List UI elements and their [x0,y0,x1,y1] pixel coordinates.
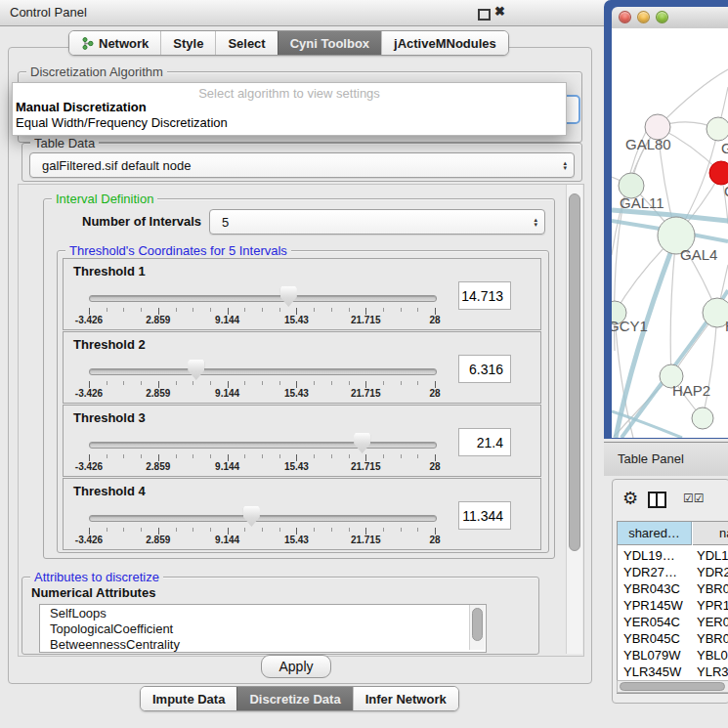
column-header-name[interactable]: na [693,522,728,545]
attribute-list-item[interactable]: SelfLoops [40,605,486,621]
threshold-panel: Threshold 2-3.4262.8599.14415.4321.71528… [63,331,541,404]
tab-infer-network[interactable]: Infer Network [353,687,458,710]
node-table: shared… na YDL19…YDL1YDR27…YDR2YBR043CYB… [617,521,728,694]
table-cell-name[interactable]: YBR0 [697,631,728,646]
column-header-shared-name[interactable]: shared… [618,522,692,545]
slider-handle[interactable] [280,286,297,307]
slider-handle[interactable] [354,433,370,453]
tick-mark [210,528,211,532]
tab-jactivemnodules[interactable]: jActiveMNodules [381,31,508,55]
slider-track[interactable] [89,515,437,522]
tick-mark [244,528,245,532]
network-node[interactable] [709,161,728,185]
table-cell-name[interactable]: YPR1 [697,598,728,613]
app-root: Control Panel ✖ Network Style Select Cyn… [0,0,728,728]
algorithm-option-equal-width[interactable]: Equal Width/Frequency Discretization [16,115,563,131]
network-window-titlebar[interactable] [612,7,728,29]
show-columns-checkboxes-icon[interactable]: ☑☑ [683,492,705,505]
tab-style[interactable]: Style [160,31,215,55]
tick-label: 9.144 [215,535,239,545]
tick-label: 21.715 [351,315,381,325]
tick-mark [141,308,142,312]
tick-mark [193,528,193,532]
table-cell-shared-name[interactable]: YDR27… [623,565,677,579]
table-cell-shared-name[interactable]: YBR045C [623,631,680,646]
vertical-scrollbar-track[interactable] [566,185,582,654]
slider-track[interactable] [89,295,437,302]
table-cell-name[interactable]: YDL1 [697,548,728,563]
network-node[interactable] [707,117,728,141]
close-panel-icon[interactable]: ✖ [494,4,505,19]
table-cell-shared-name[interactable]: YDL19… [623,548,675,563]
table-cell-shared-name[interactable]: YLR345W [623,664,681,679]
tick-mark [401,308,402,312]
tick-mark [262,308,263,312]
threshold-value-field[interactable]: 6.316 [458,355,511,383]
attribute-list-item[interactable]: TopologicalCoefficient [40,621,486,636]
tick-label: -3.426 [75,315,103,325]
network-node[interactable] [692,407,713,429]
horizontal-scrollbar-thumb[interactable] [620,682,725,691]
discretization-algorithm-label: Discretization Algorithm [26,64,167,79]
threshold-value-field[interactable]: 14.713 [458,281,511,310]
slider-track[interactable] [89,442,437,449]
table-cell-name[interactable]: YBL0 [697,648,728,663]
vertical-scrollbar-thumb[interactable] [569,193,580,551]
tick-mark [193,381,193,385]
tick-mark [244,308,245,312]
number-of-intervals-combobox[interactable]: 5 ▴▾ [209,209,545,235]
tick-label: -3.426 [75,535,103,545]
table-cell-shared-name[interactable]: YER054C [623,615,680,629]
table-cell-shared-name[interactable]: YBL079W [623,648,681,663]
zoom-traffic-light[interactable] [656,11,668,23]
table-cell-name[interactable]: YDR2 [697,565,728,579]
bottom-tabbar: Impute Data Discretize Data Infer Networ… [140,686,459,711]
tick-mark [244,454,245,458]
tick-mark [141,454,142,458]
table-panel-title: Table Panel [618,451,684,466]
table-data-combobox[interactable]: galFiltered.sif default node ▴▾ [29,152,575,178]
table-cell-shared-name[interactable]: YBR043C [623,581,680,596]
float-panel-icon[interactable] [478,9,491,21]
tab-impute-data[interactable]: Impute Data [141,687,236,710]
algorithm-option-manual[interactable]: Manual Discretization [16,100,563,115]
attributes-scrollbar-track[interactable] [469,605,485,650]
close-traffic-light[interactable] [619,11,631,23]
table-cell-shared-name[interactable]: YPR145W [623,598,683,613]
control-panel-titlebar: Control Panel ✖ [0,0,608,26]
slider-handle[interactable] [188,360,204,380]
table-cell-name[interactable]: YLR3 [697,664,728,679]
table-cell-name[interactable]: YBR0 [697,581,728,596]
attributes-scrollbar-thumb[interactable] [472,608,483,641]
horizontal-scrollbar-track[interactable] [617,680,728,693]
tab-cyni-toolbox[interactable]: Cyni Toolbox [278,31,381,55]
tick-mark [123,528,124,532]
network-canvas[interactable]: GAL80G.CGAL11GAL4GCY1HHAP2 [612,28,728,438]
threshold-value-field[interactable]: 21.4 [458,428,511,456]
tick-mark [349,454,350,458]
tick-mark [141,528,142,532]
tick-mark [435,528,436,535]
slider-track[interactable] [89,368,437,375]
algorithm-placeholder: Select algorithm to view settings [13,86,566,101]
tick-mark [89,381,90,388]
threshold-panel: Threshold 4-3.4262.8599.14415.4321.71528… [63,478,541,550]
number-of-intervals-label: Number of Intervals [82,214,201,229]
tab-select[interactable]: Select [215,31,277,55]
table-cell-name[interactable]: YER0 [697,615,728,629]
column-layout-icon[interactable] [648,492,666,508]
algorithm-dropdown-popup: Select algorithm to view settings Manual… [12,82,567,136]
threshold-value-field[interactable]: 11.344 [458,501,511,530]
apply-button[interactable]: Apply [261,655,331,678]
tab-network[interactable]: Network [69,31,160,55]
minimize-traffic-light[interactable] [637,11,650,23]
tick-mark [349,528,350,532]
attribute-list-item[interactable]: BetweennessCentrality [40,636,486,652]
tick-mark [296,454,297,461]
gear-icon[interactable]: ⚙ [622,488,638,509]
slider-handle[interactable] [243,506,260,527]
tick-mark [401,454,402,458]
tick-mark [193,454,193,458]
tick-label: 15.43 [284,315,309,325]
tab-discretize-data[interactable]: Discretize Data [236,687,352,710]
